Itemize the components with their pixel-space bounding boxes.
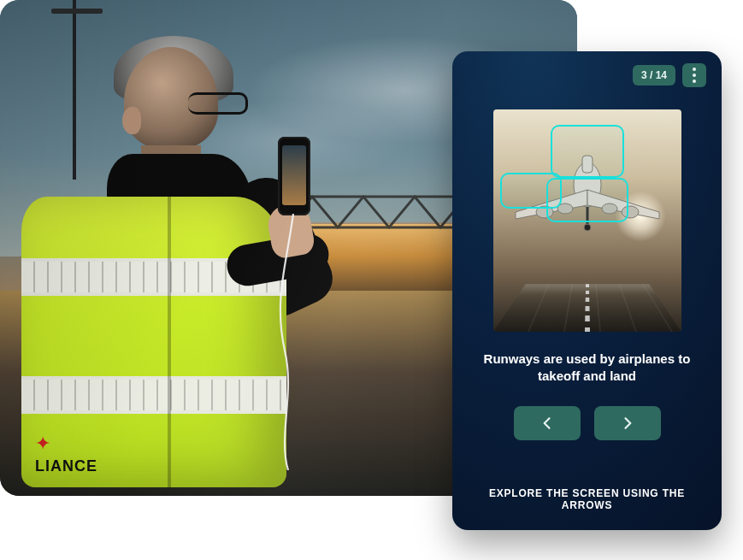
highlight-box-landing-gear[interactable]	[546, 178, 628, 222]
sleeve	[209, 167, 341, 325]
reflective-stripe	[21, 376, 286, 414]
airport-worker: ✦ LIANCE	[13, 26, 304, 487]
earphone-wire	[269, 214, 372, 470]
page-indicator[interactable]: 3 / 14	[633, 65, 675, 85]
vest-seam	[168, 197, 171, 487]
kebab-menu-button[interactable]	[682, 63, 706, 87]
dot-icon	[693, 80, 696, 83]
hand	[265, 202, 316, 260]
svg-point-9	[584, 224, 591, 231]
ear	[122, 107, 141, 134]
head	[124, 47, 218, 150]
vest-text: LIANCE	[35, 457, 97, 475]
panel-header: 3 / 14	[633, 63, 706, 87]
stage: ✦ LIANCE 3 / 14	[0, 0, 743, 560]
dot-icon	[693, 74, 696, 77]
light-pole-head	[51, 9, 103, 14]
prev-button[interactable]	[514, 406, 581, 440]
hi-vis-vest: ✦ LIANCE	[21, 197, 286, 487]
maple-leaf-icon: ✦	[35, 434, 50, 453]
glasses-icon	[188, 92, 248, 115]
neck	[141, 145, 201, 180]
lesson-panel: 3 / 14	[452, 51, 722, 530]
smartphone-in-hand	[278, 137, 310, 215]
hint-text: EXPLORE THE SCREEN USING THE ARROWS	[468, 487, 706, 511]
highlight-box-fuselage[interactable]	[551, 125, 624, 178]
lesson-image[interactable]	[493, 109, 681, 332]
dot-icon	[693, 68, 696, 71]
light-pole	[73, 0, 76, 180]
jacket-collar	[107, 154, 252, 256]
chevron-left-icon	[539, 415, 556, 432]
forearm	[224, 231, 333, 289]
nav-row	[514, 406, 661, 440]
chevron-right-icon	[619, 415, 636, 432]
runway-centerline	[585, 284, 590, 332]
next-button[interactable]	[594, 406, 661, 440]
runway	[493, 284, 681, 332]
reflective-stripe	[21, 258, 286, 296]
lesson-caption: Runways are used by airplanes to takeoff…	[481, 351, 694, 386]
hair	[114, 36, 233, 104]
